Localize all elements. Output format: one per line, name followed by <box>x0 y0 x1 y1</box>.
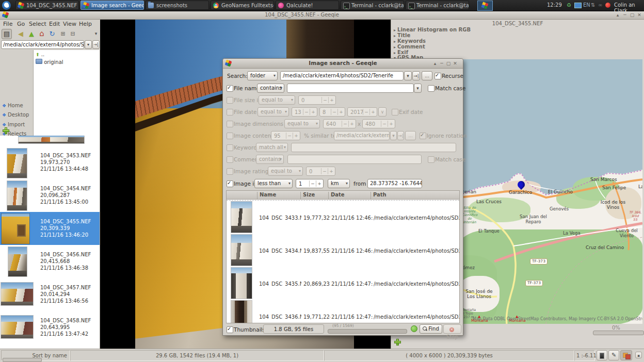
sidebar-item-home[interactable]: ❖Home <box>2 103 23 108</box>
section-title[interactable]: ▸Title <box>394 32 410 38</box>
file-row-3457[interactable]: 104_DSC_3457.NEF20,014,29421/11/16 13:46… <box>0 278 100 311</box>
menu-help[interactable]: Help <box>79 21 92 27</box>
tray-geeqie-button[interactable] <box>477 1 493 11</box>
minus-icon[interactable]: − <box>381 121 388 127</box>
minus-icon[interactable]: − <box>309 180 316 187</box>
geo-distance-spinner[interactable]: 1−+ <box>296 179 324 188</box>
updates-tray-icon[interactable]: ♻ <box>567 2 571 8</box>
column-header-name[interactable]: Name <box>257 192 301 199</box>
plus-icon[interactable]: + <box>328 168 334 174</box>
column-header-path[interactable]: Path <box>371 192 461 199</box>
search-path-input[interactable]: /media/cclark/extern4/photos/SD2/Tenerif… <box>280 71 404 80</box>
similar-path-input[interactable]: /media/cclark/extern4/ <box>334 131 390 140</box>
up-button[interactable]: ▲ <box>26 29 37 39</box>
taskbar-item-terminal-1[interactable]: Terminal - cclark@talltr... <box>341 1 404 10</box>
display-tray-icon[interactable] <box>574 3 582 8</box>
home-button[interactable]: ⌂ <box>37 29 47 39</box>
rating-checkbox[interactable] <box>227 168 233 175</box>
file-row-3455-selected[interactable]: 104_DSC_3455.NEF20,309,33921/11/16 13:46… <box>0 212 100 245</box>
zoom-ratio[interactable]: 1 :-6.11 <box>576 353 597 358</box>
minus-icon[interactable]: − <box>342 121 348 127</box>
result-row-3433[interactable]: 104_DSC_3433.NEF 19,777,329 21/11/16 12:… <box>227 201 459 234</box>
geo-op-dropdown[interactable]: less than <box>254 179 293 188</box>
add-bookmark-icon[interactable] <box>3 127 9 134</box>
rating-spinner[interactable]: 0−+ <box>306 167 335 176</box>
main-window-titlebar[interactable]: 104_DSC_3455.NEF - Geeqie ▴ ─ ▢ ✕ <box>0 11 644 20</box>
link-tray-icon[interactable]: ∞ <box>598 2 602 8</box>
comment-op-dropdown[interactable]: contains <box>256 155 284 164</box>
path-apply-button[interactable]: →| <box>412 71 420 80</box>
taskbar-item-geonames[interactable]: GeoNames Fulltextsear... <box>211 1 274 10</box>
similar-browse-button[interactable]: ... <box>405 131 416 140</box>
file-row-3454[interactable]: 104_DSC_3454.NEF20,096,28721/11/16 13:45… <box>0 179 100 212</box>
minimize-window-button[interactable]: ─ <box>439 60 445 67</box>
keywords-op-dropdown[interactable]: match all <box>256 143 288 152</box>
comment-checkbox[interactable] <box>227 156 233 163</box>
file-size-checkbox[interactable] <box>227 97 233 104</box>
content-checkbox[interactable] <box>227 133 233 139</box>
minus-icon[interactable]: − <box>321 97 328 103</box>
minus-icon[interactable]: − <box>363 109 369 115</box>
file-size-spinner[interactable]: 0−+ <box>298 95 336 105</box>
statusbar-expander-button[interactable]: ▪ <box>635 352 642 358</box>
taskbar-item-image-search[interactable]: Image search - Geeqie <box>81 1 144 10</box>
refresh-button[interactable]: ↻ <box>47 29 57 39</box>
back-button[interactable]: ◀ <box>15 29 26 39</box>
applications-menu-icon[interactable] <box>2 1 11 10</box>
column-header-date[interactable]: Date <box>328 192 371 199</box>
browse-button[interactable]: ... <box>422 71 432 80</box>
sidebar-item-desktop[interactable]: ❖Desktop <box>2 112 29 118</box>
view-list-toggle-button[interactable]: ▤ <box>2 29 12 39</box>
thumbnails-button[interactable]: ⊟ <box>68 29 78 39</box>
section-comment[interactable]: ▸Comment <box>394 44 425 50</box>
folder-item-original[interactable]: original <box>36 59 63 65</box>
plus-icon[interactable]: + <box>293 133 299 139</box>
file-name-input[interactable] <box>287 84 414 93</box>
path-history-dropdown[interactable]: ▾ <box>85 40 92 49</box>
add-section-icon[interactable] <box>394 339 401 345</box>
plus-icon[interactable]: + <box>310 109 316 115</box>
search-type-dropdown[interactable]: folder <box>247 71 278 80</box>
file-name-checkbox[interactable] <box>227 85 233 92</box>
sidebar-item-import[interactable]: ❖Import <box>2 122 25 127</box>
plus-icon[interactable]: + <box>388 121 394 127</box>
file-date-checkbox[interactable] <box>227 109 233 116</box>
file-name-op-dropdown[interactable]: contains <box>257 84 284 93</box>
minus-icon[interactable]: − <box>331 109 337 115</box>
plus-icon[interactable]: + <box>328 97 335 103</box>
path-apply-button[interactable]: →| <box>92 40 100 49</box>
exif-rotate-button[interactable] <box>597 350 607 360</box>
geo-coords-input[interactable]: 28.373752 -16.764400 <box>367 179 422 188</box>
menu-file[interactable]: File <box>3 21 12 27</box>
result-row-3434[interactable]: 104_DSC_3434.NEF 19,837,555 21/11/16 12:… <box>227 234 459 267</box>
file-thumbnail-partial[interactable] <box>19 136 84 143</box>
exif-date-checkbox[interactable] <box>392 109 398 116</box>
menu-select[interactable]: Select <box>29 21 46 27</box>
menu-edit[interactable]: Edit <box>49 21 60 27</box>
rating-op-dropdown[interactable]: equal to <box>268 167 303 176</box>
file-row-3456[interactable]: 104_DSC_3456.NEF20,415,66821/11/16 13:46… <box>0 245 100 278</box>
height-spinner[interactable]: 480−+ <box>362 119 395 128</box>
file-size-op-dropdown[interactable]: equal to <box>259 95 295 105</box>
maximize-window-button[interactable]: ▢ <box>445 60 452 67</box>
menu-go[interactable]: Go <box>17 21 25 27</box>
record-tray-icon[interactable] <box>605 3 610 8</box>
calendar-dropdown-button[interactable]: ∨ <box>378 107 387 117</box>
file-row-3458[interactable]: 104_DSC_3458.NEF20,643,99521/11/16 13:47… <box>0 311 100 344</box>
minus-icon[interactable]: − <box>321 168 328 174</box>
stop-button[interactable]: ✕Stop <box>443 324 461 334</box>
pipette-button[interactable]: ✎ <box>608 350 619 360</box>
path-dropdown-button[interactable]: ▾ <box>404 71 412 80</box>
path-input[interactable]: /media/cclark/extern4/photos/SD2/Ten <box>1 40 84 49</box>
width-spinner[interactable]: 640−+ <box>323 119 356 128</box>
toolbar-overflow-chevron[interactable]: ▾ <box>91 29 101 39</box>
ignore-rotation-checkbox[interactable] <box>420 133 426 139</box>
day-spinner[interactable]: 13−+ <box>292 107 317 117</box>
folder-up-item[interactable]: ⬆ .. <box>36 52 44 57</box>
keywords-input[interactable] <box>291 143 456 152</box>
dialog-titlebar[interactable]: Image search - Geeqie ▴ ─ ▢ ✕ <box>223 59 463 69</box>
section-histogram[interactable]: ▸Linear Histogram on RGB <box>394 27 471 32</box>
result-row-3435[interactable]: 104_DSC_3435.NEF 20,869,233 21/11/16 12:… <box>227 267 459 300</box>
similar-path-dropdown[interactable]: ▾ <box>390 131 397 140</box>
comment-input[interactable] <box>287 155 422 164</box>
